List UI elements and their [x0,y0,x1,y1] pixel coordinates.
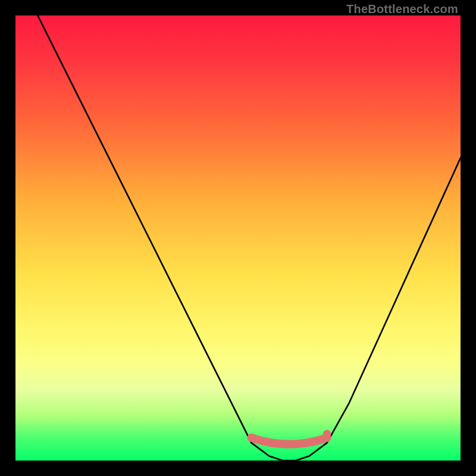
optimal-end-marker [323,430,331,439]
chart-frame [15,15,461,461]
optimal-flat-region [251,438,327,444]
bottleneck-curve [15,15,461,461]
curve-line [37,15,461,461]
attribution-label: TheBottleneck.com [346,2,458,16]
